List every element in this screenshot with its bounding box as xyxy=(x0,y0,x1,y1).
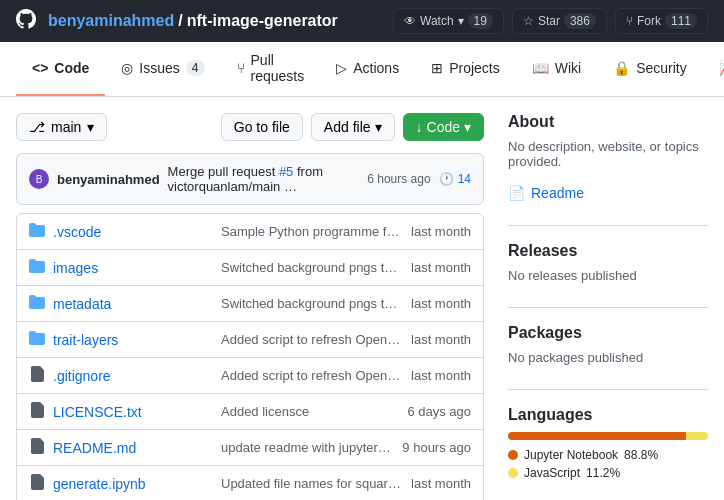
file-name-link[interactable]: trait-layers xyxy=(53,332,213,348)
tab-wiki[interactable]: 📖 Wiki xyxy=(516,42,597,96)
file-browser: ⎇ main ▾ Go to file Add file ▾ ↓ Code ▾ … xyxy=(16,113,484,500)
repo-toolbar: ⎇ main ▾ Go to file Add file ▾ ↓ Code ▾ xyxy=(16,113,484,141)
file-time: last month xyxy=(411,296,471,311)
chevron-down-icon: ▾ xyxy=(87,119,94,135)
packages-text: No packages published xyxy=(508,350,708,365)
commit-history-link[interactable]: 14 xyxy=(458,172,471,186)
file-time: 9 hours ago xyxy=(402,440,471,455)
file-name-link[interactable]: README.md xyxy=(53,440,213,456)
star-count: 386 xyxy=(564,13,596,29)
file-table: .vscodeSample Python programme for gener… xyxy=(16,213,484,500)
table-row: .vscodeSample Python programme for gener… xyxy=(17,214,483,250)
divider-3 xyxy=(508,389,708,390)
main-content: ⎇ main ▾ Go to file Add file ▾ ↓ Code ▾ … xyxy=(0,97,724,500)
star-button[interactable]: ☆ Star 386 xyxy=(512,8,607,34)
page-header: benyaminahmed / nft-image-generator 👁 Wa… xyxy=(0,0,724,42)
file-name-link[interactable]: generate.ipynb xyxy=(53,476,213,492)
security-icon: 🔒 xyxy=(613,60,630,76)
file-name-link[interactable]: .gitignore xyxy=(53,368,213,384)
tab-pull-requests[interactable]: ⑂ Pull requests xyxy=(221,42,321,96)
folder-icon xyxy=(29,222,45,241)
tab-code[interactable]: <> Code xyxy=(16,42,105,96)
goto-file-button[interactable]: Go to file xyxy=(221,113,303,141)
lang-percent: 88.8% xyxy=(624,448,658,462)
divider-2 xyxy=(508,307,708,308)
insights-icon: 📈 xyxy=(719,60,724,76)
divider-1 xyxy=(508,225,708,226)
file-name-link[interactable]: .vscode xyxy=(53,224,213,240)
fork-button[interactable]: ⑂ Fork 111 xyxy=(615,8,708,34)
wiki-icon: 📖 xyxy=(532,60,549,76)
commit-message: Merge pull request #5 from victorquanlam… xyxy=(168,164,360,194)
branch-selector[interactable]: ⎇ main ▾ xyxy=(16,113,107,141)
tab-insights[interactable]: 📈 Insights xyxy=(703,42,724,96)
readme-icon: 📄 xyxy=(508,185,525,201)
languages-title: Languages xyxy=(508,406,708,424)
about-title: About xyxy=(508,113,708,131)
pr-link[interactable]: #5 xyxy=(279,164,293,179)
lang-color-dot xyxy=(508,450,518,460)
table-row: metadataSwitched background pngs to jpgs… xyxy=(17,286,483,322)
file-commit-msg: Added script to refresh OpenSea metadata xyxy=(221,332,403,347)
file-time: 6 days ago xyxy=(407,404,471,419)
about-section: About No description, website, or topics… xyxy=(508,113,708,201)
branch-icon: ⎇ xyxy=(29,119,45,135)
table-row: LICENSCE.txtAdded licensce6 days ago xyxy=(17,394,483,430)
releases-section: Releases No releases published xyxy=(508,242,708,283)
file-commit-msg: Sample Python programme for generating u… xyxy=(221,224,403,239)
commit-history: 🕐 14 xyxy=(439,172,471,186)
packages-section: Packages No packages published xyxy=(508,324,708,365)
table-row: imagesSwitched background pngs to jpgsla… xyxy=(17,250,483,286)
languages-list: Jupyter Notebook 88.8% JavaScript 11.2% xyxy=(508,448,708,480)
tab-security[interactable]: 🔒 Security xyxy=(597,42,703,96)
file-name-link[interactable]: LICENSCE.txt xyxy=(53,404,213,420)
fork-count: 111 xyxy=(665,13,697,29)
about-description: No description, website, or topics provi… xyxy=(508,139,708,169)
owner-link[interactable]: benyaminahmed xyxy=(48,12,174,30)
file-commit-msg: Switched background pngs to jpgs xyxy=(221,260,403,275)
languages-bar xyxy=(508,432,708,440)
file-icon xyxy=(29,474,45,493)
watch-button[interactable]: 👁 Watch ▾ 19 xyxy=(393,8,504,34)
sidebar: About No description, website, or topics… xyxy=(508,113,708,500)
tab-issues[interactable]: ◎ Issues 4 xyxy=(105,42,220,96)
lang-segment xyxy=(686,432,708,440)
avatar: B xyxy=(29,169,49,189)
issues-icon: ◎ xyxy=(121,60,133,76)
tab-projects[interactable]: ⊞ Projects xyxy=(415,42,516,96)
readme-link[interactable]: 📄 Readme xyxy=(508,185,708,201)
lang-item: Jupyter Notebook 88.8% xyxy=(508,448,708,462)
file-name-link[interactable]: images xyxy=(53,260,213,276)
code-arrow-icon: ↓ xyxy=(416,119,423,135)
table-row: trait-layersAdded script to refresh Open… xyxy=(17,322,483,358)
commit-author: benyaminahmed xyxy=(57,172,160,187)
issues-count: 4 xyxy=(186,60,205,76)
lang-color-dot xyxy=(508,468,518,478)
file-commit-msg: Added licensce xyxy=(221,404,399,419)
table-row: README.mdupdate readme with jupyter inst… xyxy=(17,430,483,466)
file-time: last month xyxy=(411,224,471,239)
watch-icon: ▾ xyxy=(458,14,464,28)
code-button[interactable]: ↓ Code ▾ xyxy=(403,113,484,141)
add-file-button[interactable]: Add file ▾ xyxy=(311,113,395,141)
file-name-link[interactable]: metadata xyxy=(53,296,213,312)
file-commit-msg: Updated file names for squares and circl… xyxy=(221,476,403,491)
lang-name: Jupyter Notebook xyxy=(524,448,618,462)
releases-title: Releases xyxy=(508,242,708,260)
file-icon xyxy=(29,402,45,421)
repo-link[interactable]: nft-image-generator xyxy=(187,12,338,30)
header-actions: 👁 Watch ▾ 19 ☆ Star 386 ⑂ Fork 111 xyxy=(393,8,708,34)
lang-name: JavaScript xyxy=(524,466,580,480)
fork-icon: ⑂ xyxy=(626,14,633,28)
github-logo-icon xyxy=(16,9,36,34)
tab-actions[interactable]: ▷ Actions xyxy=(320,42,415,96)
languages-section: Languages Jupyter Notebook 88.8% JavaScr… xyxy=(508,406,708,480)
code-icon: <> xyxy=(32,60,48,76)
file-icon xyxy=(29,438,45,457)
commit-info: B benyaminahmed Merge pull request #5 fr… xyxy=(16,153,484,205)
file-commit-msg: update readme with jupyter installing st… xyxy=(221,440,394,455)
history-icon: 🕐 xyxy=(439,172,454,186)
actions-icon: ▷ xyxy=(336,60,347,76)
chevron-down-icon-3: ▾ xyxy=(464,119,471,135)
lang-segment xyxy=(508,432,686,440)
